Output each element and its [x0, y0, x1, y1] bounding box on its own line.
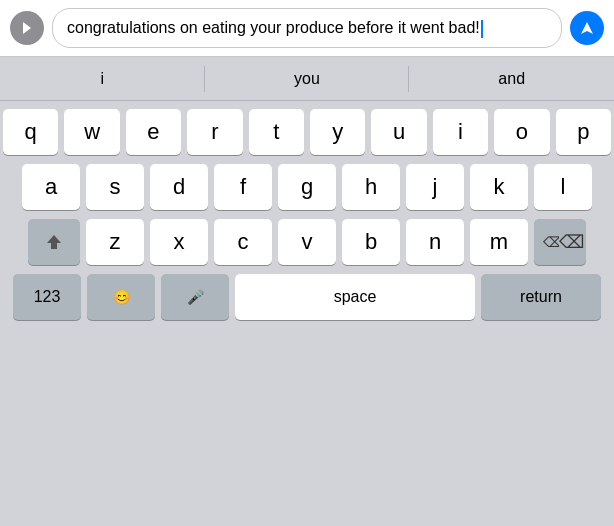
- key-s[interactable]: s: [86, 164, 144, 210]
- key-p[interactable]: p: [556, 109, 611, 155]
- key-a[interactable]: a: [22, 164, 80, 210]
- key-g[interactable]: g: [278, 164, 336, 210]
- key-r[interactable]: r: [187, 109, 242, 155]
- key-h[interactable]: h: [342, 164, 400, 210]
- svg-marker-2: [47, 235, 61, 249]
- send-icon: [579, 20, 595, 36]
- emoji-key[interactable]: 😊: [87, 274, 155, 320]
- delete-icon: ⌫: [537, 234, 559, 250]
- keyboard-row-1: q w e r t y u i o p: [3, 109, 611, 155]
- key-c[interactable]: c: [214, 219, 272, 265]
- num-key[interactable]: 123: [13, 274, 81, 320]
- keyboard: q w e r t y u i o p a s d f g h j k l z …: [0, 101, 614, 324]
- key-i[interactable]: i: [433, 109, 488, 155]
- keyboard-row-2: a s d f g h j k l: [3, 164, 611, 210]
- keyboard-row-4: 123 😊 🎤 space return: [3, 274, 611, 320]
- shift-icon: [44, 232, 64, 252]
- svg-text:⌫: ⌫: [543, 234, 559, 250]
- keyboard-row-3: z x c v b n m ⌫ ⌫: [3, 219, 611, 265]
- key-d[interactable]: d: [150, 164, 208, 210]
- key-m[interactable]: m: [470, 219, 528, 265]
- message-bar: congratulations on eating your produce b…: [0, 0, 614, 57]
- key-k[interactable]: k: [470, 164, 528, 210]
- key-y[interactable]: y: [310, 109, 365, 155]
- space-key[interactable]: space: [235, 274, 475, 320]
- key-u[interactable]: u: [371, 109, 426, 155]
- send-button[interactable]: [570, 11, 604, 45]
- key-b[interactable]: b: [342, 219, 400, 265]
- return-key[interactable]: return: [481, 274, 601, 320]
- key-n[interactable]: n: [406, 219, 464, 265]
- message-input[interactable]: congratulations on eating your produce b…: [52, 8, 562, 48]
- key-x[interactable]: x: [150, 219, 208, 265]
- key-o[interactable]: o: [494, 109, 549, 155]
- shift-key[interactable]: [28, 219, 80, 265]
- svg-marker-0: [23, 22, 31, 34]
- svg-marker-1: [581, 22, 593, 34]
- autocomplete-item-i[interactable]: i: [0, 57, 205, 100]
- key-f[interactable]: f: [214, 164, 272, 210]
- text-cursor: [481, 20, 483, 38]
- delete-key[interactable]: ⌫ ⌫: [534, 219, 586, 265]
- key-e[interactable]: e: [126, 109, 181, 155]
- chevron-right-icon: [20, 21, 34, 35]
- key-v[interactable]: v: [278, 219, 336, 265]
- expand-button[interactable]: [10, 11, 44, 45]
- autocomplete-item-you[interactable]: you: [205, 57, 410, 100]
- mic-key[interactable]: 🎤: [161, 274, 229, 320]
- key-q[interactable]: q: [3, 109, 58, 155]
- message-text: congratulations on eating your produce b…: [67, 19, 480, 36]
- autocomplete-item-and[interactable]: and: [409, 57, 614, 100]
- autocomplete-bar: i you and: [0, 57, 614, 101]
- key-z[interactable]: z: [86, 219, 144, 265]
- key-l[interactable]: l: [534, 164, 592, 210]
- key-j[interactable]: j: [406, 164, 464, 210]
- key-w[interactable]: w: [64, 109, 119, 155]
- key-t[interactable]: t: [249, 109, 304, 155]
